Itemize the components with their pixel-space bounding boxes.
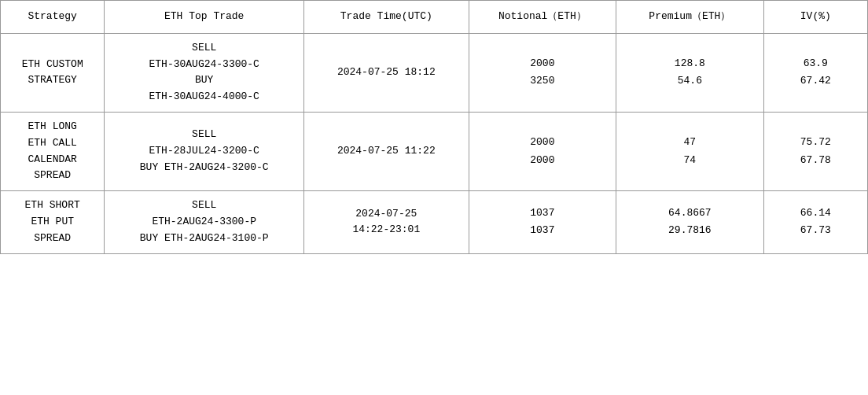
- header-tradetime: Trade Time(UTC): [304, 1, 469, 34]
- iv-value: 66.14: [800, 205, 831, 222]
- notional-value: 2000: [530, 153, 554, 169]
- trades-table: Strategy ETH Top Trade Trade Time(UTC) N…: [0, 0, 868, 254]
- main-table-wrapper: Strategy ETH Top Trade Trade Time(UTC) N…: [0, 0, 868, 254]
- cell-tradetime: 2024-07-25 14:22-23:01: [304, 191, 469, 253]
- notional-value: 2000: [530, 135, 554, 151]
- header-premium: Premium（ETH）: [616, 1, 764, 34]
- table-row: ETH LONG ETH CALL CALENDAR SPREADSELL ET…: [1, 112, 868, 190]
- cell-tradetime: 2024-07-25 11:22: [304, 112, 469, 190]
- cell-notional: 20003250: [469, 33, 616, 112]
- premium-value: 29.7816: [668, 223, 712, 239]
- header-strategy: Strategy: [1, 1, 105, 34]
- notional-value: 3250: [530, 73, 554, 90]
- table-row: ETH CUSTOM STRATEGYSELL ETH-30AUG24-3300…: [1, 33, 868, 112]
- cell-strategy: ETH CUSTOM STRATEGY: [1, 33, 105, 112]
- cell-iv: 75.7267.78: [763, 112, 867, 190]
- cell-toptrade: SELL ETH-30AUG24-3300-C BUY ETH-30AUG24-…: [105, 33, 304, 112]
- iv-value: 75.72: [800, 135, 831, 151]
- table-row: ETH SHORT ETH PUT SPREADSELL ETH-2AUG24-…: [1, 191, 868, 253]
- notional-value: 1037: [530, 223, 554, 239]
- cell-tradetime: 2024-07-25 18:12: [304, 33, 469, 112]
- notional-value: 2000: [530, 56, 554, 72]
- header-notional: Notional（ETH）: [469, 1, 616, 34]
- cell-notional: 10371037: [469, 191, 616, 253]
- iv-value: 63.9: [804, 56, 828, 72]
- premium-value: 64.8667: [668, 205, 712, 222]
- cell-iv: 63.967.42: [763, 33, 867, 112]
- notional-value: 1037: [530, 205, 554, 222]
- cell-strategy: ETH SHORT ETH PUT SPREAD: [1, 191, 105, 253]
- premium-value: 47: [684, 135, 697, 151]
- premium-value: 54.6: [678, 73, 702, 90]
- premium-value: 74: [684, 153, 697, 169]
- cell-premium: 4774: [616, 112, 764, 190]
- iv-value: 67.73: [800, 223, 831, 239]
- header-row: Strategy ETH Top Trade Trade Time(UTC) N…: [1, 1, 868, 34]
- premium-value: 128.8: [675, 56, 705, 72]
- cell-strategy: ETH LONG ETH CALL CALENDAR SPREAD: [1, 112, 105, 190]
- header-iv: IV(%): [763, 1, 867, 34]
- cell-premium: 128.854.6: [616, 33, 764, 112]
- cell-iv: 66.1467.73: [763, 191, 867, 253]
- iv-value: 67.78: [800, 153, 831, 169]
- header-toptrade: ETH Top Trade: [105, 1, 304, 34]
- iv-value: 67.42: [800, 73, 831, 90]
- cell-toptrade: SELL ETH-2AUG24-3300-P BUY ETH-2AUG24-31…: [105, 191, 304, 253]
- cell-notional: 20002000: [469, 112, 616, 190]
- cell-premium: 64.866729.7816: [616, 191, 764, 253]
- cell-toptrade: SELL ETH-28JUL24-3200-C BUY ETH-2AUG24-3…: [105, 112, 304, 190]
